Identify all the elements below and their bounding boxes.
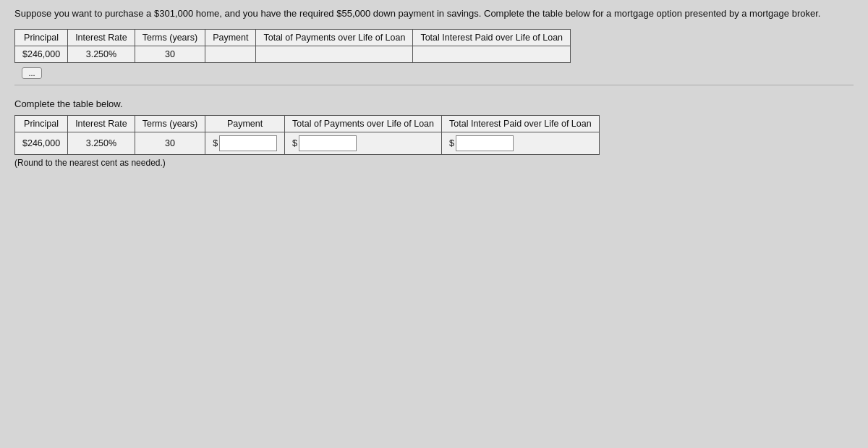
ans-interest-cell: 3.250% <box>68 132 135 155</box>
ref-payment-cell <box>205 46 256 63</box>
ref-total-interest-cell <box>413 46 571 63</box>
total-interest-input[interactable] <box>456 135 514 151</box>
ref-total-payments-cell <box>256 46 413 63</box>
ref-terms-cell: 30 <box>135 46 205 63</box>
payment-dollar-sign: $ <box>213 138 218 148</box>
col2-header-interest-rate: Interest Rate <box>68 116 135 132</box>
intro-text: Suppose you want to purchase a $301,000 … <box>14 7 854 20</box>
note-text: (Round to the nearest cent as needed.) <box>14 158 854 168</box>
reference-table: Principal Interest Rate Terms (years) Pa… <box>14 29 571 63</box>
total-payments-input[interactable] <box>299 135 357 151</box>
section-label: Complete the table below. <box>14 98 854 109</box>
col-header-total-payments: Total of Payments over Life of Loan <box>256 30 413 46</box>
ref-principal-cell: $246,000 <box>15 46 68 63</box>
ref-interest-cell: 3.250% <box>68 46 135 63</box>
total-payments-dollar-sign: $ <box>292 138 297 148</box>
col-header-total-interest: Total Interest Paid over Life of Loan <box>413 30 571 46</box>
ans-terms-cell: 30 <box>135 132 205 155</box>
payment-input[interactable] <box>219 135 277 151</box>
col-header-terms: Terms (years) <box>135 30 205 46</box>
ans-payment-cell: $ <box>205 132 285 155</box>
hint-button[interactable]: ... <box>22 67 42 79</box>
col2-header-terms: Terms (years) <box>135 116 205 132</box>
col-header-payment: Payment <box>205 30 256 46</box>
col2-header-total-interest: Total Interest Paid over Life of Loan <box>442 116 600 132</box>
ans-principal-cell: $246,000 <box>15 132 68 155</box>
total-interest-dollar-sign: $ <box>449 138 454 148</box>
col2-header-principal: Principal <box>15 116 68 132</box>
ans-total-interest-cell: $ <box>442 132 600 155</box>
divider <box>14 85 854 85</box>
col-header-interest-rate: Interest Rate <box>68 30 135 46</box>
col2-header-total-payments: Total of Payments over Life of Loan <box>285 116 442 132</box>
ans-total-payments-cell: $ <box>285 132 442 155</box>
answer-table: Principal Interest Rate Terms (years) Pa… <box>14 115 600 155</box>
col-header-principal: Principal <box>15 30 68 46</box>
col2-header-payment: Payment <box>205 116 285 132</box>
